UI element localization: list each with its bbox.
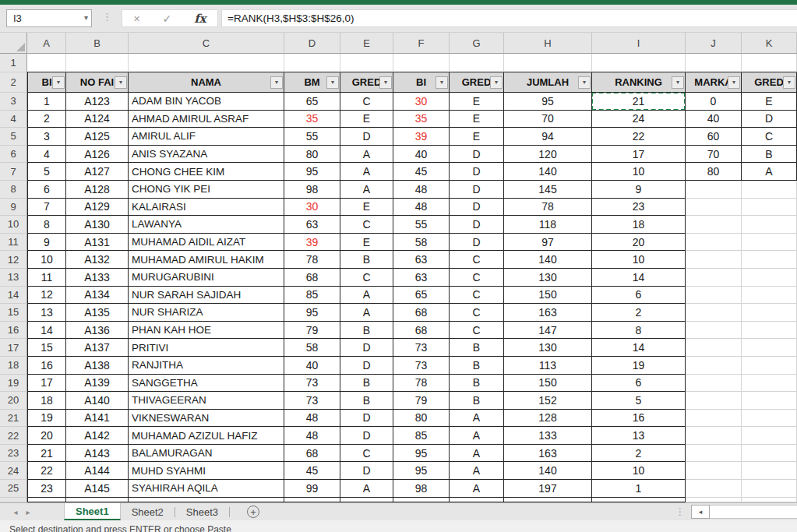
cell[interactable]: [742, 251, 797, 269]
cell[interactable]: 140: [504, 462, 592, 480]
filter-dropdown-button[interactable]: ▾: [326, 76, 339, 89]
cell[interactable]: A137: [66, 339, 129, 357]
cell[interactable]: 55: [284, 128, 340, 146]
cell[interactable]: [742, 375, 797, 393]
cell[interactable]: 30: [284, 199, 340, 217]
cell[interactable]: 73: [393, 357, 450, 375]
cell[interactable]: 2: [27, 111, 66, 129]
cell[interactable]: B: [450, 375, 504, 393]
cell[interactable]: 95: [393, 445, 450, 463]
cell[interactable]: CHONG YIK PEI: [129, 181, 284, 199]
cell[interactable]: 18: [27, 392, 66, 410]
cell[interactable]: D: [450, 216, 504, 234]
cell[interactable]: NUR SHARIZA: [129, 304, 284, 322]
cell[interactable]: 95: [393, 462, 450, 480]
cell[interactable]: 14: [592, 339, 686, 357]
filter-dropdown-button[interactable]: ▾: [436, 76, 448, 89]
column-header-D[interactable]: D: [284, 33, 340, 53]
add-sheet-button[interactable]: +: [247, 506, 259, 518]
cell[interactable]: 17: [592, 146, 686, 164]
cell[interactable]: [686, 322, 742, 340]
cell[interactable]: 19: [27, 410, 66, 428]
cell[interactable]: PRITIVI: [129, 339, 284, 357]
filter-dropdown-button[interactable]: ▾: [490, 76, 503, 89]
cell[interactable]: ADAM BIN YACOB: [129, 93, 284, 111]
cell[interactable]: 80: [284, 146, 340, 164]
cell[interactable]: [686, 181, 742, 199]
cell[interactable]: 40: [393, 146, 450, 164]
cell[interactable]: D: [450, 199, 504, 217]
name-box-dropdown-icon[interactable]: ▾: [84, 13, 88, 22]
row-header-18[interactable]: 18: [0, 357, 27, 375]
cell[interactable]: 197: [504, 480, 592, 498]
cell[interactable]: A128: [66, 181, 129, 199]
row-header-22[interactable]: 22: [0, 427, 27, 445]
cell[interactable]: E: [450, 111, 504, 129]
cell[interactable]: 85: [393, 427, 450, 445]
row-header-16[interactable]: 16: [0, 322, 27, 340]
cell[interactable]: [450, 498, 504, 502]
row-header-6[interactable]: 6: [0, 146, 27, 164]
cell[interactable]: A125: [66, 128, 129, 146]
cell[interactable]: 1: [27, 93, 66, 111]
filter-header-cell[interactable]: NO FAI▾: [66, 72, 129, 93]
cell[interactable]: 95: [284, 304, 340, 322]
column-header-B[interactable]: B: [66, 33, 129, 53]
cell[interactable]: [686, 462, 742, 480]
row-header-13[interactable]: 13: [0, 269, 27, 287]
cell[interactable]: E: [742, 93, 797, 111]
cell[interactable]: D: [340, 339, 393, 357]
cell[interactable]: 10: [592, 462, 686, 480]
cell[interactable]: 10: [592, 251, 686, 269]
cell[interactable]: 2: [592, 445, 686, 463]
cell[interactable]: C: [340, 216, 393, 234]
cell[interactable]: C: [450, 287, 504, 305]
cell[interactable]: E: [450, 128, 504, 146]
cell[interactable]: 163: [504, 304, 592, 322]
row-header-5[interactable]: 5: [0, 128, 27, 146]
cell[interactable]: 6: [27, 181, 66, 199]
cell[interactable]: 19: [592, 357, 686, 375]
cell[interactable]: MURUGARUBINI: [129, 269, 284, 287]
cell[interactable]: [686, 357, 742, 375]
cell[interactable]: [686, 445, 742, 463]
cell[interactable]: 12: [27, 287, 66, 305]
cell[interactable]: A: [340, 304, 393, 322]
row-header-8[interactable]: 8: [0, 181, 27, 199]
cell[interactable]: 18: [592, 216, 686, 234]
cell[interactable]: 16: [27, 357, 66, 375]
cell[interactable]: MUHAMAD AMIRUL HAKIM: [129, 251, 284, 269]
cell[interactable]: 22: [592, 128, 686, 146]
cell[interactable]: A: [340, 163, 393, 181]
cell[interactable]: 16: [592, 410, 686, 428]
cell[interactable]: B: [340, 392, 393, 410]
column-header-J[interactable]: J: [686, 33, 742, 53]
cell[interactable]: B: [340, 322, 393, 340]
cell[interactable]: [284, 54, 340, 72]
cell[interactable]: 9: [27, 234, 66, 252]
cell[interactable]: [742, 216, 797, 234]
cell[interactable]: E: [340, 199, 393, 217]
cell[interactable]: 39: [393, 128, 450, 146]
row-header-21[interactable]: 21: [0, 410, 27, 428]
cell[interactable]: 152: [504, 392, 592, 410]
cell[interactable]: 65: [393, 287, 450, 305]
cell[interactable]: A143: [66, 445, 129, 463]
cell[interactable]: 1: [592, 480, 686, 498]
column-header-F[interactable]: F: [393, 33, 450, 53]
filter-header-cell[interactable]: BI▾: [27, 72, 66, 93]
filter-dropdown-button[interactable]: ▾: [52, 76, 65, 89]
cell[interactable]: [686, 480, 742, 498]
cell[interactable]: C: [450, 251, 504, 269]
cell[interactable]: B: [340, 375, 393, 393]
column-header-H[interactable]: H: [504, 33, 592, 53]
cell[interactable]: 10: [27, 251, 66, 269]
cell[interactable]: 80: [686, 163, 742, 181]
cell[interactable]: 98: [284, 181, 340, 199]
cell[interactable]: 128: [504, 410, 592, 428]
tab-nav-next-icon[interactable]: ▸: [22, 503, 34, 520]
cell[interactable]: A140: [66, 392, 129, 410]
row-header-10[interactable]: 10: [0, 216, 27, 234]
cell[interactable]: A126: [66, 146, 129, 164]
filter-dropdown-button[interactable]: ▾: [578, 76, 591, 89]
